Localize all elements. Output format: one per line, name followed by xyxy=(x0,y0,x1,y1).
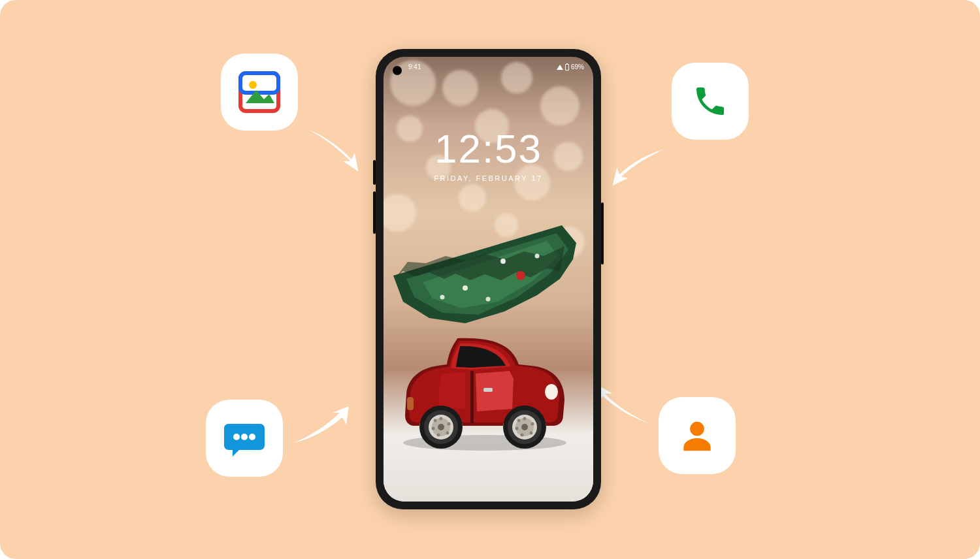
messages-app-tile xyxy=(206,400,283,477)
svg-point-39 xyxy=(517,419,521,423)
svg-point-11 xyxy=(440,295,445,300)
svg-point-12 xyxy=(486,297,491,302)
svg-point-28 xyxy=(434,419,437,423)
status-right: 69% xyxy=(557,63,584,71)
svg-point-37 xyxy=(521,434,524,437)
phone-app-tile xyxy=(672,63,749,140)
svg-point-25 xyxy=(446,432,449,435)
svg-point-4 xyxy=(241,434,248,440)
svg-point-3 xyxy=(233,434,240,440)
status-bar: 9:41 69% xyxy=(384,63,593,71)
svg-point-7 xyxy=(516,271,525,280)
svg-point-10 xyxy=(535,254,540,259)
volume-button xyxy=(373,191,376,234)
svg-point-6 xyxy=(690,422,704,436)
svg-point-26 xyxy=(437,434,440,437)
arrow-icon xyxy=(304,127,366,174)
power-button xyxy=(601,202,604,264)
phone-mockup: 9:41 69% 12:53 FRIDAY, FEBRUARY 17 xyxy=(376,49,601,509)
contacts-app-icon xyxy=(677,415,717,456)
svg-point-36 xyxy=(530,432,533,435)
svg-point-5 xyxy=(249,434,255,440)
wallpaper-car xyxy=(400,332,573,453)
contacts-app-tile xyxy=(659,397,736,474)
photos-app-icon xyxy=(237,69,282,115)
svg-point-34 xyxy=(523,417,527,421)
arrow-icon xyxy=(290,405,355,447)
svg-point-8 xyxy=(500,259,506,264)
lock-date: FRIDAY, FEBRUARY 17 xyxy=(384,174,593,182)
svg-point-33 xyxy=(521,424,528,430)
battery-icon xyxy=(565,64,569,71)
battery-text: 69% xyxy=(571,63,584,71)
photos-app-tile xyxy=(221,54,298,131)
svg-point-16 xyxy=(545,384,558,400)
svg-point-9 xyxy=(463,285,468,291)
illustration-canvas: 9:41 69% 12:53 FRIDAY, FEBRUARY 17 xyxy=(0,0,980,559)
status-time: 9:41 xyxy=(393,63,421,71)
svg-point-38 xyxy=(515,427,519,430)
svg-rect-17 xyxy=(407,397,414,410)
svg-point-22 xyxy=(438,424,444,430)
svg-point-35 xyxy=(531,423,534,426)
svg-point-24 xyxy=(448,423,451,426)
lock-screen-clock: 12:53 FRIDAY, FEBRUARY 17 xyxy=(384,125,593,182)
wallpaper-tree xyxy=(393,220,581,328)
volume-button xyxy=(373,160,376,185)
svg-rect-1 xyxy=(240,73,278,93)
phone-app-icon xyxy=(692,83,728,120)
arrow-icon xyxy=(608,147,670,187)
svg-rect-15 xyxy=(483,388,493,392)
svg-point-27 xyxy=(432,427,435,430)
phone-screen: 9:41 69% 12:53 FRIDAY, FEBRUARY 17 xyxy=(384,57,593,502)
signal-icon xyxy=(557,65,563,70)
lock-time: 12:53 xyxy=(384,125,593,172)
svg-point-23 xyxy=(440,417,443,421)
svg-rect-14 xyxy=(470,371,474,423)
messages-app-icon xyxy=(221,415,268,462)
svg-point-2 xyxy=(249,81,257,89)
